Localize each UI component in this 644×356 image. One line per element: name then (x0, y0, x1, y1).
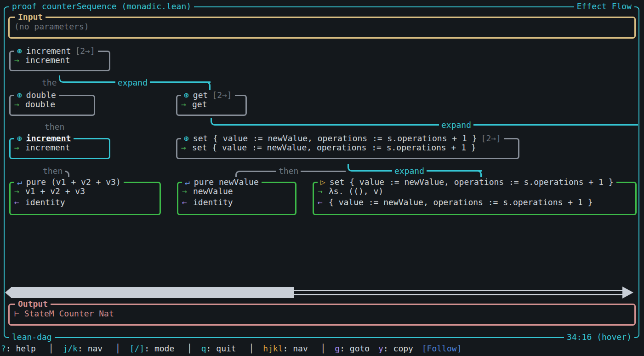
edge-label-expand-3: expand (392, 166, 427, 176)
node-output-row: ←identity (14, 197, 160, 208)
node-title: pure newValue (194, 177, 259, 187)
node-input-value: increment (25, 143, 70, 152)
connector-expand-2 (211, 118, 638, 126)
node-input-row: →increment (14, 55, 109, 66)
edge-label-expand-1: expand (115, 78, 150, 88)
node-double[interactable]: ⊛double →double (9, 95, 95, 116)
node-input-row: →double (14, 99, 94, 110)
scrollbar-track[interactable] (294, 290, 622, 291)
status-key-goto: ggoto (335, 344, 372, 353)
node-input-row: →v1 + v2 + v3 (14, 186, 160, 197)
status-key-quit: qquit (201, 344, 239, 353)
node-input-row: →increment (14, 142, 109, 153)
node-output-row: ←identity (182, 197, 295, 208)
edge-label-then-3: then (276, 166, 301, 176)
input-panel-label: Input (15, 12, 46, 22)
node-title: set { value := newValue, operations := s… (193, 133, 477, 143)
node-get[interactable]: ⊛get[2→] →get (176, 95, 247, 116)
node-input-value: double (25, 99, 55, 109)
status-separator: │ (249, 344, 254, 353)
scrollbar-thumb[interactable] (11, 287, 294, 298)
node-input-row: →newValue (182, 186, 295, 197)
node-input-row: →set { value := newValue, operations := … (181, 142, 518, 153)
node-badge: [2→] (212, 90, 232, 100)
node-title: increment (26, 133, 71, 143)
arrow-out-icon: ← (14, 197, 25, 208)
node-output-value: { value := newValue, operations := s.ope… (329, 197, 593, 207)
arrow-in-icon: → (181, 142, 192, 153)
edge-label-then-1: then (42, 122, 67, 132)
output-panel: Output ⊢ StateM Counter Nat (8, 304, 636, 326)
follow-mode-badge: [Follow] (422, 344, 462, 353)
edge-label-then-2: then (40, 166, 65, 176)
footer-position: 34:16 (hover) (564, 332, 634, 342)
output-panel-label: Output (15, 299, 51, 309)
node-output-row: ←{ value := newValue, operations := s.op… (318, 197, 635, 208)
node-title: increment (26, 46, 71, 56)
node-pure-newvalue[interactable]: ↵pure newValue →newValue ←identity (177, 182, 296, 215)
effect-icon: ⊛ (17, 90, 22, 100)
arrow-out-icon: ← (182, 197, 193, 208)
node-input-value: increment (25, 55, 70, 65)
input-panel-content: (no parameters) (10, 18, 634, 31)
footer-app-name: lean-dag (9, 332, 55, 342)
effect-icon: ⊛ (17, 133, 22, 143)
status-separator: │ (187, 344, 192, 353)
arrow-in-icon: → (182, 186, 193, 197)
pure-icon: ↵ (185, 177, 190, 187)
run-icon: ▷ (320, 177, 325, 187)
arrow-in-icon: → (14, 142, 25, 153)
status-separator: │ (115, 344, 120, 353)
output-panel-content: ⊢ StateM Counter Nat (10, 305, 634, 318)
pure-icon: ↵ (17, 177, 22, 187)
node-pure-sum[interactable]: ↵pure (v1 + v2 + v3) →v1 + v2 + v3 ←iden… (9, 182, 161, 215)
node-title: set { value := newValue, operations := s… (330, 177, 614, 187)
status-key-copy: ycopy (378, 344, 416, 353)
node-increment-selected[interactable]: ⊛increment →increment (9, 138, 110, 159)
node-input-value: v1 + v2 + v3 (25, 186, 85, 196)
status-separator: │ (49, 344, 54, 353)
edge-label-the: the (40, 78, 59, 88)
arrow-out-icon: ← (318, 197, 329, 208)
arrow-in-icon: → (14, 99, 25, 110)
mode-label: Effect Flow (574, 1, 634, 11)
node-input-row: →get (181, 99, 245, 110)
node-input-row: →λs. ((), v) (318, 186, 635, 197)
node-set[interactable]: ⊛set { value := newValue, operations := … (176, 138, 519, 159)
node-input-value: newValue (193, 186, 233, 196)
status-key-mode: [/]mode (130, 344, 177, 353)
arrow-in-icon: → (14, 55, 25, 66)
status-key-hjkl-nav: hjklnav (263, 344, 311, 353)
edge-label-expand-2: expand (439, 120, 473, 130)
effect-icon: ⊛ (17, 46, 22, 56)
status-separator: │ (321, 344, 326, 353)
status-key-nav: j/knav (63, 344, 105, 353)
node-badge: [2→] (75, 46, 95, 56)
node-title: double (26, 90, 56, 100)
node-increment-root[interactable]: ⊛increment[2→] →increment (9, 51, 110, 71)
arrow-in-icon: → (318, 186, 329, 197)
input-panel: Input (no parameters) (8, 17, 636, 39)
app-window: proof counterSequence (monadic.lean) Eff… (0, 0, 644, 356)
node-input-value: λs. ((), v) (329, 186, 383, 196)
node-input-value: get (192, 99, 207, 109)
node-input-value: set { value := newValue, operations := s… (192, 143, 476, 152)
node-title: pure (v1 + v2 + v3) (26, 177, 121, 187)
node-output-value: identity (25, 197, 65, 207)
node-set-expanded[interactable]: ▷set { value := newValue, operations := … (313, 182, 637, 215)
status-key-help: ?help (1, 344, 39, 353)
arrow-in-icon: → (181, 99, 192, 110)
status-bar: ?help │ j/knav │ [/]mode │ qquit │ hjkln… (1, 342, 644, 356)
effect-icon: ⊛ (184, 133, 189, 143)
arrow-in-icon: → (14, 186, 25, 197)
node-output-value: identity (193, 197, 233, 207)
effect-icon: ⊛ (184, 90, 189, 100)
scrollbar-track[interactable] (294, 294, 622, 295)
window-title: proof counterSequence (monadic.lean) (9, 1, 194, 11)
scrollbar-right-arrow-icon[interactable] (622, 287, 633, 299)
node-badge: [2→] (481, 133, 501, 143)
scrollbar-left-arrow-icon[interactable] (5, 287, 11, 298)
node-title: get (193, 90, 208, 100)
